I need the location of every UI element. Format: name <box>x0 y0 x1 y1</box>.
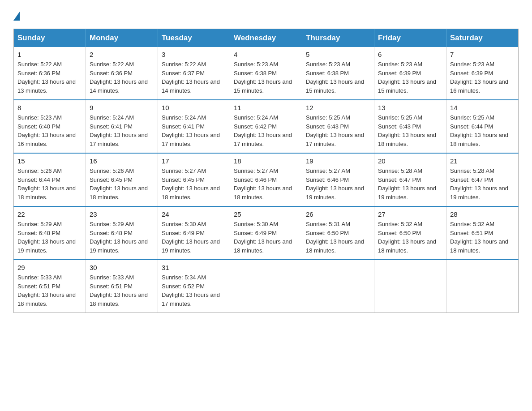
header-tuesday: Tuesday <box>158 29 230 47</box>
day-number: 24 <box>162 210 226 218</box>
day-number: 3 <box>162 51 226 58</box>
calendar-table: SundayMondayTuesdayWednesdayThursdayFrid… <box>13 29 519 313</box>
day-info: Sunrise: 5:26 AMSunset: 6:45 PMDaylight:… <box>90 167 154 201</box>
calendar-cell: 17Sunrise: 5:27 AMSunset: 6:45 PMDayligh… <box>158 153 230 206</box>
calendar-cell: 4Sunrise: 5:23 AMSunset: 6:38 PMDaylight… <box>230 47 302 100</box>
day-info: Sunrise: 5:29 AMSunset: 6:48 PMDaylight:… <box>90 220 154 255</box>
calendar-cell <box>374 260 446 313</box>
calendar-week-row: 22Sunrise: 5:29 AMSunset: 6:48 PMDayligh… <box>14 206 519 260</box>
calendar-cell: 6Sunrise: 5:23 AMSunset: 6:39 PMDaylight… <box>374 47 446 100</box>
header-monday: Monday <box>86 29 158 47</box>
day-number: 26 <box>306 210 370 218</box>
day-info: Sunrise: 5:30 AMSunset: 6:49 PMDaylight:… <box>234 220 298 255</box>
day-info: Sunrise: 5:25 AMSunset: 6:43 PMDaylight:… <box>378 113 442 148</box>
day-number: 11 <box>234 104 298 111</box>
calendar-cell: 13Sunrise: 5:25 AMSunset: 6:43 PMDayligh… <box>374 100 446 153</box>
day-number: 18 <box>234 157 298 165</box>
calendar-cell: 2Sunrise: 5:22 AMSunset: 6:36 PMDaylight… <box>86 47 158 100</box>
day-number: 1 <box>17 51 82 58</box>
calendar-cell: 27Sunrise: 5:32 AMSunset: 6:50 PMDayligh… <box>374 206 446 260</box>
calendar-cell: 10Sunrise: 5:24 AMSunset: 6:41 PMDayligh… <box>158 100 230 153</box>
day-info: Sunrise: 5:23 AMSunset: 6:38 PMDaylight:… <box>234 60 298 95</box>
day-info: Sunrise: 5:29 AMSunset: 6:48 PMDaylight:… <box>17 220 82 255</box>
calendar-cell: 12Sunrise: 5:25 AMSunset: 6:43 PMDayligh… <box>302 100 374 153</box>
calendar-cell: 3Sunrise: 5:22 AMSunset: 6:37 PMDaylight… <box>158 47 230 100</box>
calendar-cell: 28Sunrise: 5:32 AMSunset: 6:51 PMDayligh… <box>446 206 519 260</box>
day-number: 2 <box>90 51 154 58</box>
calendar-cell: 31Sunrise: 5:34 AMSunset: 6:52 PMDayligh… <box>158 260 230 313</box>
header-saturday: Saturday <box>446 29 519 47</box>
day-info: Sunrise: 5:28 AMSunset: 6:47 PMDaylight:… <box>378 167 442 201</box>
day-info: Sunrise: 5:22 AMSunset: 6:37 PMDaylight:… <box>162 60 226 95</box>
day-info: Sunrise: 5:32 AMSunset: 6:51 PMDaylight:… <box>450 220 515 255</box>
header-friday: Friday <box>374 29 446 47</box>
day-info: Sunrise: 5:22 AMSunset: 6:36 PMDaylight:… <box>17 60 82 95</box>
day-info: Sunrise: 5:23 AMSunset: 6:39 PMDaylight:… <box>450 60 515 95</box>
day-info: Sunrise: 5:24 AMSunset: 6:42 PMDaylight:… <box>234 113 298 148</box>
calendar-cell: 20Sunrise: 5:28 AMSunset: 6:47 PMDayligh… <box>374 153 446 206</box>
calendar-cell: 11Sunrise: 5:24 AMSunset: 6:42 PMDayligh… <box>230 100 302 153</box>
calendar-cell: 29Sunrise: 5:33 AMSunset: 6:51 PMDayligh… <box>14 260 86 313</box>
day-number: 14 <box>450 104 515 111</box>
day-number: 22 <box>17 210 82 218</box>
calendar-cell: 25Sunrise: 5:30 AMSunset: 6:49 PMDayligh… <box>230 206 302 260</box>
header-thursday: Thursday <box>302 29 374 47</box>
calendar-cell: 16Sunrise: 5:26 AMSunset: 6:45 PMDayligh… <box>86 153 158 206</box>
day-info: Sunrise: 5:27 AMSunset: 6:45 PMDaylight:… <box>162 167 226 201</box>
calendar-cell: 9Sunrise: 5:24 AMSunset: 6:41 PMDaylight… <box>86 100 158 153</box>
day-info: Sunrise: 5:23 AMSunset: 6:38 PMDaylight:… <box>306 60 370 95</box>
day-info: Sunrise: 5:26 AMSunset: 6:44 PMDaylight:… <box>17 167 82 201</box>
day-info: Sunrise: 5:27 AMSunset: 6:46 PMDaylight:… <box>306 167 370 201</box>
calendar-cell: 5Sunrise: 5:23 AMSunset: 6:38 PMDaylight… <box>302 47 374 100</box>
calendar-cell: 15Sunrise: 5:26 AMSunset: 6:44 PMDayligh… <box>14 153 86 206</box>
day-number: 5 <box>306 51 370 58</box>
calendar-cell: 22Sunrise: 5:29 AMSunset: 6:48 PMDayligh… <box>14 206 86 260</box>
calendar-cell: 18Sunrise: 5:27 AMSunset: 6:46 PMDayligh… <box>230 153 302 206</box>
calendar-header-row: SundayMondayTuesdayWednesdayThursdayFrid… <box>14 29 519 47</box>
day-info: Sunrise: 5:30 AMSunset: 6:49 PMDaylight:… <box>162 220 226 255</box>
day-number: 8 <box>17 104 82 111</box>
day-number: 9 <box>90 104 154 111</box>
calendar-cell: 23Sunrise: 5:29 AMSunset: 6:48 PMDayligh… <box>86 206 158 260</box>
calendar-cell: 1Sunrise: 5:22 AMSunset: 6:36 PMDaylight… <box>14 47 86 100</box>
day-number: 13 <box>378 104 442 111</box>
day-number: 21 <box>450 157 515 165</box>
calendar-week-row: 15Sunrise: 5:26 AMSunset: 6:44 PMDayligh… <box>14 153 519 206</box>
day-number: 12 <box>306 104 370 111</box>
day-info: Sunrise: 5:23 AMSunset: 6:40 PMDaylight:… <box>17 113 82 148</box>
calendar-cell <box>230 260 302 313</box>
day-info: Sunrise: 5:24 AMSunset: 6:41 PMDaylight:… <box>90 113 154 148</box>
logo <box>13 9 21 21</box>
day-number: 20 <box>378 157 442 165</box>
logo-triangle-icon <box>13 12 20 21</box>
calendar-cell: 30Sunrise: 5:33 AMSunset: 6:51 PMDayligh… <box>86 260 158 313</box>
day-number: 23 <box>90 210 154 218</box>
day-info: Sunrise: 5:33 AMSunset: 6:51 PMDaylight:… <box>90 273 154 308</box>
day-info: Sunrise: 5:34 AMSunset: 6:52 PMDaylight:… <box>162 273 226 308</box>
day-info: Sunrise: 5:25 AMSunset: 6:44 PMDaylight:… <box>450 113 515 148</box>
day-number: 19 <box>306 157 370 165</box>
day-number: 4 <box>234 51 298 58</box>
day-number: 25 <box>234 210 298 218</box>
logo-blue-text <box>13 13 21 21</box>
calendar-cell: 14Sunrise: 5:25 AMSunset: 6:44 PMDayligh… <box>446 100 519 153</box>
day-info: Sunrise: 5:27 AMSunset: 6:46 PMDaylight:… <box>234 167 298 201</box>
day-info: Sunrise: 5:22 AMSunset: 6:36 PMDaylight:… <box>90 60 154 95</box>
day-number: 10 <box>162 104 226 111</box>
calendar-week-row: 8Sunrise: 5:23 AMSunset: 6:40 PMDaylight… <box>14 100 519 153</box>
day-number: 28 <box>450 210 515 218</box>
day-number: 16 <box>90 157 154 165</box>
page-header <box>13 9 519 21</box>
header-sunday: Sunday <box>14 29 86 47</box>
calendar-cell: 19Sunrise: 5:27 AMSunset: 6:46 PMDayligh… <box>302 153 374 206</box>
calendar-cell: 8Sunrise: 5:23 AMSunset: 6:40 PMDaylight… <box>14 100 86 153</box>
day-info: Sunrise: 5:28 AMSunset: 6:47 PMDaylight:… <box>450 167 515 201</box>
day-number: 17 <box>162 157 226 165</box>
calendar-cell: 24Sunrise: 5:30 AMSunset: 6:49 PMDayligh… <box>158 206 230 260</box>
day-number: 7 <box>450 51 515 58</box>
calendar-cell: 21Sunrise: 5:28 AMSunset: 6:47 PMDayligh… <box>446 153 519 206</box>
day-info: Sunrise: 5:32 AMSunset: 6:50 PMDaylight:… <box>378 220 442 255</box>
day-number: 15 <box>17 157 82 165</box>
header-wednesday: Wednesday <box>230 29 302 47</box>
day-number: 31 <box>162 264 226 271</box>
